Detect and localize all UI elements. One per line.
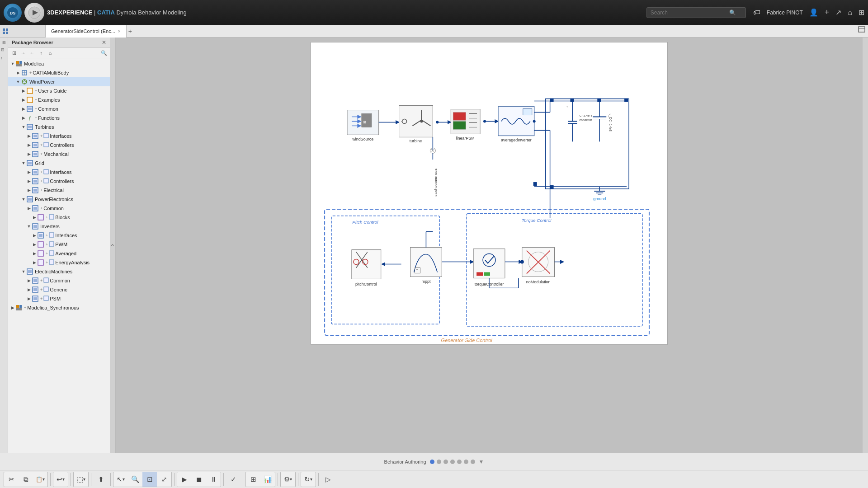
left-panel-toggle[interactable]: ‹ (110, 38, 116, 453)
tree-expand-windpower[interactable]: ▼ (15, 80, 21, 84)
pb-close-btn[interactable]: ✕ (102, 39, 106, 46)
tab-close-btn[interactable]: × (118, 29, 121, 34)
tree-expand-g-interfaces[interactable]: ▶ (26, 170, 32, 174)
pb-forward-btn[interactable]: ↑ (37, 49, 45, 57)
copy-btn[interactable]: ⧉ (19, 472, 33, 487)
diagram-canvas[interactable]: ⊞ windSource turbine (311, 42, 668, 345)
paste-btn[interactable]: 📋▾ (33, 472, 47, 487)
analysis-1-btn[interactable]: ⊞ (246, 472, 260, 487)
tree-expand-usersguide[interactable]: ▶ (21, 89, 26, 93)
tree-plus-examples[interactable]: + (35, 98, 37, 102)
mppt-block[interactable]: T (410, 248, 442, 277)
tree-plus-em-generic[interactable]: + (40, 287, 42, 292)
turbine-block[interactable] (399, 106, 433, 137)
tree-expand-pe-inverters[interactable]: ▼ (26, 224, 32, 229)
tree-item-grid[interactable]: ▼Grid (8, 159, 110, 168)
tree-item-t-mechanical[interactable]: ▶+Mechanical (8, 150, 110, 159)
tree-item-pe-averaged[interactable]: ▶+Averaged (8, 249, 110, 258)
tree-plus-g-interfaces[interactable]: + (40, 170, 42, 174)
stop-btn[interactable]: ◼ (192, 472, 206, 487)
tree-expand-pe-pwm[interactable]: ▶ (32, 242, 37, 247)
tree-plus-pe-averaged[interactable]: + (46, 251, 48, 256)
tree-expand-em-common[interactable]: ▶ (26, 278, 32, 283)
cursor-btn[interactable]: ↖▾ (113, 472, 128, 487)
tree-expand-pe-energyanalysis[interactable]: ▶ (32, 260, 37, 265)
tree-expand-modelica-sync[interactable]: ▶ (10, 305, 15, 310)
averagedInverter-block[interactable] (498, 107, 534, 136)
tree-plus-pe-pwm[interactable]: + (46, 242, 48, 247)
tree-expand-powerelectronics[interactable]: ▼ (21, 197, 26, 202)
tree-item-turbines[interactable]: ▼Turbines (8, 122, 110, 131)
play-btn[interactable]: ▶ (177, 472, 192, 487)
tree-item-powerelectronics[interactable]: ▼PowerElectronics (8, 195, 110, 204)
tree-item-electricmachines[interactable]: ▼ElectricMachines (8, 267, 110, 276)
tree-expand-em-psm[interactable]: ▶ (26, 296, 32, 301)
analysis-2-btn[interactable]: 📊 (260, 472, 275, 487)
tree-plus-functions[interactable]: + (35, 116, 37, 120)
tree-item-pe-blocks[interactable]: ▶+Blocks (8, 213, 110, 222)
tree-expand-t-controllers[interactable]: ▶ (26, 143, 32, 147)
tree-item-pe-interfaces[interactable]: ▶+Interfaces (8, 231, 110, 240)
tree-plus-em-common[interactable]: + (40, 278, 42, 283)
pb-search-btn[interactable]: 🔍 (100, 49, 108, 57)
tree-item-modelica[interactable]: ▼Modelica (8, 59, 110, 68)
search-input[interactable] (651, 9, 727, 16)
check-btn[interactable]: ✓ (226, 472, 241, 487)
tree-item-t-interfaces[interactable]: ▶+Interfaces (8, 131, 110, 141)
tree-expand-t-mechanical[interactable]: ▶ (26, 152, 32, 156)
tree-plus-modelica-sync[interactable]: + (24, 305, 26, 310)
pb-home-btn[interactable]: ⌂ (46, 49, 54, 57)
tree-plus-usersguide[interactable]: + (35, 89, 37, 93)
tree-expand-common[interactable]: ▶ (21, 107, 26, 111)
windSource-block[interactable]: ⊞ (347, 110, 379, 135)
settings-btn[interactable]: ⚙▾ (281, 472, 295, 487)
tree-expand-em-generic[interactable]: ▶ (26, 287, 32, 292)
undo-btn[interactable]: ↩▾ (53, 472, 68, 487)
tree-item-functions[interactable]: ▶ƒ+Functions (8, 113, 110, 122)
tree-plus-pe-blocks[interactable]: + (46, 215, 48, 220)
tree-item-modelica-sync[interactable]: ▶+Modelica_Synchronous (8, 303, 110, 312)
tree-item-examples[interactable]: ▶+Examples (8, 95, 110, 104)
tree-expand-functions[interactable]: ▶ (21, 116, 26, 120)
more-btn[interactable]: ▷ (321, 472, 335, 487)
tree-expand-pe-blocks[interactable]: ▶ (32, 215, 37, 220)
tree-plus-em-psm[interactable]: + (40, 296, 42, 301)
tree-item-pe-common[interactable]: ▶+Common (8, 204, 110, 213)
tree-item-em-generic[interactable]: ▶+Generic (8, 285, 110, 294)
mini-btn-1[interactable]: ⊞ (1, 39, 7, 46)
tree-plus-catia[interactable]: + (29, 70, 32, 75)
tree-plus-g-electrical[interactable]: + (40, 188, 42, 192)
tree-expand-catia[interactable]: ▶ (15, 70, 21, 75)
upload-btn[interactable]: ⬆ (94, 472, 108, 487)
tree-expand-modelica[interactable]: ▼ (10, 61, 15, 66)
tree-expand-grid[interactable]: ▼ (21, 161, 26, 165)
tree-item-usersguide[interactable]: ▶+User's Guide (8, 86, 110, 95)
tree-plus-pe-interfaces[interactable]: + (46, 233, 48, 238)
tree-plus-pe-energyanalysis[interactable]: + (46, 260, 48, 265)
tree-plus-t-interfaces[interactable]: + (40, 134, 42, 138)
tree-item-t-controllers[interactable]: ▶+Controllers (8, 141, 110, 150)
step-btn[interactable]: ⏸ (206, 472, 221, 487)
tree-plus-t-controllers[interactable]: + (40, 143, 42, 147)
move-btn[interactable]: ⤢ (157, 472, 171, 487)
noModulation-block[interactable] (520, 248, 555, 277)
tree-plus-t-mechanical[interactable]: + (40, 152, 42, 156)
expand-icon[interactable] (858, 26, 865, 34)
active-mode-btn[interactable]: ⊡ (142, 472, 157, 487)
mini-btn-3[interactable]: ↕ (1, 56, 7, 62)
pb-collapse-btn[interactable]: ⊞ (10, 49, 18, 57)
tree-expand-examples[interactable]: ▶ (21, 98, 26, 102)
tree-expand-g-controllers[interactable]: ▶ (26, 179, 32, 183)
grid-icon[interactable]: ⊞ (859, 8, 864, 17)
linearPSM-block[interactable] (451, 109, 480, 134)
tree-item-g-controllers[interactable]: ▶+Controllers (8, 177, 110, 186)
home-icon[interactable]: ⌂ (848, 9, 852, 17)
tree-expand-turbines[interactable]: ▼ (21, 125, 26, 129)
search-icon[interactable]: 🔍 (729, 9, 736, 16)
tree-item-pe-energyanalysis[interactable]: ▶+EnergyAnalysis (8, 258, 110, 267)
tree-expand-t-interfaces[interactable]: ▶ (26, 134, 32, 138)
tree-plus-pe-common[interactable]: + (40, 206, 42, 211)
mini-btn-2[interactable]: ⊟ (1, 47, 7, 54)
pb-expand-btn[interactable]: → (19, 49, 27, 57)
refresh-btn[interactable]: ↻▾ (301, 472, 316, 487)
